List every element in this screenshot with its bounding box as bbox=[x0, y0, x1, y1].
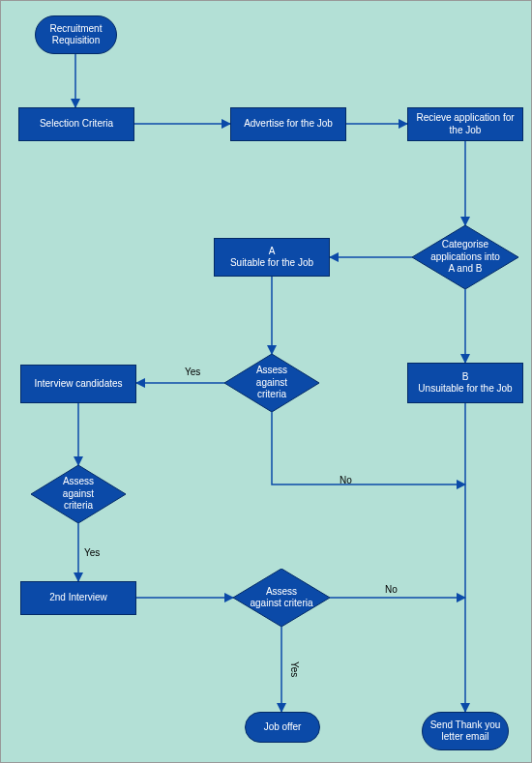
process-second-interview: 2nd Interview bbox=[20, 581, 136, 615]
decision-assess-2: Assess against criteria bbox=[31, 465, 126, 523]
node-label: Categorise applications into A and B bbox=[430, 239, 501, 276]
terminator-recruitment-requisition: RecruitmentRequisition bbox=[35, 15, 117, 54]
terminator-thank-you-email: Send Thank you letter email bbox=[422, 712, 509, 750]
process-receive-application: Recieve application for the Job bbox=[407, 107, 523, 141]
edge-label-assess1-no: No bbox=[340, 475, 352, 485]
node-label: Assess against criteria bbox=[47, 476, 109, 513]
node-label: Assess against criteria bbox=[250, 586, 313, 610]
process-advertise-for-job: Advertise for the Job bbox=[230, 107, 346, 141]
decision-assess-1: Assess against criteria bbox=[224, 354, 319, 412]
node-label: ASuitable for the Job bbox=[230, 246, 313, 270]
node-label: Interview candidates bbox=[34, 378, 122, 391]
process-interview-candidates: Interview candidates bbox=[20, 365, 136, 403]
decision-categorise-applications: Categorise applications into A and B bbox=[412, 225, 518, 289]
node-label: BUnsuitable for the Job bbox=[418, 371, 512, 396]
process-selection-criteria: Selection Criteria bbox=[18, 107, 134, 141]
node-label: Selection Criteria bbox=[40, 118, 113, 131]
edge-label-assess3-no: No bbox=[385, 584, 398, 595]
node-label: RecruitmentRequisition bbox=[50, 23, 103, 47]
node-label: Send Thank you letter email bbox=[426, 719, 505, 744]
node-label: Recieve application for the Job bbox=[411, 112, 519, 136]
terminator-job-offer: Job offer bbox=[245, 712, 320, 743]
process-unsuitable-b: BUnsuitable for the Job bbox=[407, 363, 523, 403]
node-label: 2nd Interview bbox=[49, 592, 106, 604]
edge-label-assess2-yes: Yes bbox=[84, 547, 100, 558]
decision-assess-3: Assess against criteria bbox=[233, 569, 330, 627]
edge-label-assess3-yes: Yes bbox=[289, 661, 300, 677]
flowchart-canvas: RecruitmentRequisition Selection Criteri… bbox=[0, 0, 532, 763]
node-label: Job offer bbox=[264, 721, 302, 734]
node-label: Assess against criteria bbox=[241, 365, 303, 401]
edge-label-assess1-yes: Yes bbox=[185, 367, 200, 377]
node-label: Advertise for the Job bbox=[244, 118, 333, 131]
process-suitable-a: ASuitable for the Job bbox=[214, 238, 330, 277]
